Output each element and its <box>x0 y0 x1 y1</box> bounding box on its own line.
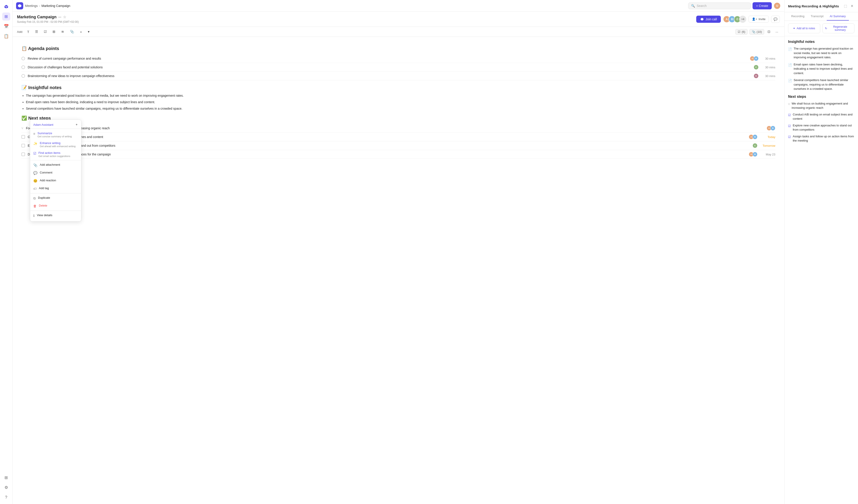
duplicate-icon: ⧉ <box>33 196 36 200</box>
tasks-badge[interactable]: ☑ (6) <box>735 29 748 35</box>
notes-heading-text: 📝 Insightful notes <box>21 85 61 90</box>
meeting-header: Marketing Campaign ··· ☆ Sunday Feb 15, … <box>13 12 784 27</box>
step-avatars-1: A B <box>749 134 758 139</box>
breadcrumb-chevron: › <box>39 4 40 7</box>
meeting-star-btn[interactable]: ☆ <box>63 15 66 19</box>
add-all-to-notes-btn[interactable]: ✦ Add all to notes <box>788 23 820 33</box>
notes-list: The campaign has generated good traction… <box>21 93 775 111</box>
rp-insightful-notes-heading: Insightful notes <box>788 40 855 44</box>
attachment-icon: 📎 <box>33 163 37 167</box>
table-btn[interactable]: ⊞ <box>51 29 57 35</box>
context-summarize[interactable]: ≡ Summarize Get concise summary of writi… <box>30 130 81 140</box>
enhance-subtitle: Get ahead with enhanced writing <box>40 145 76 148</box>
right-panel-actions: ✦ Add all to notes ↻ Regenerate summary <box>784 21 858 36</box>
agenda-avatars-2: D <box>754 74 759 78</box>
sidebar-calendar-icon[interactable]: 📅 <box>2 22 10 30</box>
attachment-text: Add attachment <box>40 163 60 166</box>
note-icon-1: 📄 <box>788 63 792 76</box>
meeting-subtitle: Sunday Feb 15, 01:00 PM - 02:00 PM (GMT+… <box>17 20 79 23</box>
summarize-title: Summarize <box>37 131 72 135</box>
checkbox-btn[interactable]: ☑ <box>42 29 48 35</box>
more-btn[interactable]: ··· <box>774 29 780 35</box>
editor-toolbar: Add: T ☰ ☑ ⊞ ≋ 📎 + ▾ ☑ (6) 📎 (10) ⊡ ··· <box>13 27 784 37</box>
attach-btn[interactable]: 📎 <box>68 29 76 35</box>
list-btn[interactable]: ☰ <box>33 29 39 35</box>
agenda-heading-text: 📋 Agenda points <box>21 46 59 51</box>
tag-text: Add tag <box>39 186 49 190</box>
chat-button[interactable]: 💬 <box>771 16 780 23</box>
meeting-avatars: A B C +4 <box>723 16 746 23</box>
step-icon-0: ⑂ <box>21 126 23 130</box>
task-count: (6) <box>742 30 745 33</box>
context-action-items[interactable]: ☑ Find action items Get smart action sug… <box>30 149 81 159</box>
step-checkbox-3[interactable] <box>21 152 25 156</box>
text-btn[interactable]: T <box>26 29 31 35</box>
meeting-more-btn[interactable]: ··· <box>58 15 61 19</box>
context-duplicate[interactable]: ⧉ Duplicate <box>30 194 81 202</box>
adam-assistant-label: Adam Assistant <box>33 123 53 126</box>
join-call-button[interactable]: Join call <box>696 16 721 23</box>
agenda-radio-1[interactable] <box>21 65 25 69</box>
step-av-7: B <box>752 152 758 157</box>
comment-text: Comment <box>40 171 52 174</box>
breadcrumb-root[interactable]: Meetings <box>25 4 38 7</box>
sidebar-home-icon[interactable]: ⊞ <box>2 13 10 20</box>
sidebar-settings-icon[interactable]: ⚙ <box>2 484 10 491</box>
agenda-radio-0[interactable] <box>21 57 25 60</box>
sidebar-grid-icon[interactable]: ⊞ <box>2 474 10 482</box>
breadcrumb-current[interactable]: Marketing Campaign <box>41 4 70 7</box>
comment-title: Comment <box>40 171 52 174</box>
note-item-2: Several competitors have launched simila… <box>26 106 775 111</box>
agenda-item-1: Discussion of challenges faced and poten… <box>21 63 775 72</box>
create-button[interactable]: + Create <box>752 2 772 10</box>
agenda-list: Review of current campaign performance a… <box>21 54 775 80</box>
tab-recording[interactable]: Recording <box>788 12 808 20</box>
rp-note-1: 📄 Email open rates have been declining, … <box>788 62 855 76</box>
agenda-item-0: Review of current campaign performance a… <box>21 54 775 63</box>
summarize-subtitle: Get concise summary of writing <box>37 135 72 138</box>
user-avatar[interactable]: U <box>774 2 781 10</box>
context-delete[interactable]: 🗑 Delete <box>30 202 81 210</box>
search-icon: 🔍 <box>691 4 695 7</box>
right-panel: Meeting Recording & Highlights ⬚ ✕ Recor… <box>784 0 858 504</box>
add-more-btn[interactable]: + <box>78 29 83 35</box>
context-view-details[interactable]: ℹ View details <box>30 212 81 220</box>
panel-close-btn[interactable]: ✕ <box>850 3 855 9</box>
agenda-radio-2[interactable] <box>21 74 25 78</box>
breadcrumb: Meetings › Marketing Campaign <box>25 4 70 7</box>
step-checkbox-1[interactable] <box>21 135 25 139</box>
view-details-icon: ℹ <box>33 214 35 218</box>
step-item-3: Develop a list of potential target audie… <box>21 150 775 159</box>
logo-icon[interactable] <box>2 3 10 11</box>
expand-btn[interactable]: ▾ <box>86 29 91 35</box>
agenda-text-1: Discussion of challenges faced and poten… <box>28 65 751 69</box>
search-placeholder: Search <box>697 4 706 7</box>
panel-expand-btn[interactable]: ⬚ <box>843 3 848 9</box>
tab-transcript[interactable]: Transcript <box>808 12 826 20</box>
regenerate-summary-btn[interactable]: ↻ Regenerate summary <box>823 23 855 33</box>
rp-step-text-3: Assign tasks and follow up on action ite… <box>793 134 855 143</box>
invite-button[interactable]: 👤+ Invite <box>748 16 769 22</box>
rp-note-text-2: Several competitors have launched simila… <box>794 78 855 91</box>
add-all-icon: ✦ <box>793 27 795 30</box>
agenda-time-2: 30 mins <box>763 75 775 78</box>
search-bar[interactable]: 🔍 Search <box>688 2 751 9</box>
view-btn[interactable]: ⊡ <box>766 29 772 35</box>
step-checkbox-2[interactable] <box>21 144 25 147</box>
context-reaction[interactable]: 😊 Add reaction <box>30 177 81 185</box>
rp-note-text-0: The campaign has generated good traction… <box>794 46 855 60</box>
meeting-title: Marketing Campaign ··· ☆ <box>17 15 79 19</box>
sidebar-help-icon[interactable]: ? <box>2 493 10 501</box>
format-btn[interactable]: ≋ <box>60 29 66 35</box>
rp-next-steps-heading: Next steps <box>788 95 855 99</box>
tab-ai-summary[interactable]: AI Summary <box>827 12 849 20</box>
right-panel-tabs: Recording Transcript AI Summary <box>784 12 858 21</box>
context-comment[interactable]: 💬 Comment <box>30 169 81 177</box>
note-icon-2: 📄 <box>788 78 792 91</box>
notes-heading: 📝 Insightful notes <box>21 85 775 90</box>
context-enhance[interactable]: ✨ Enhance writing Get ahead with enhance… <box>30 140 81 149</box>
context-tag[interactable]: 🏷 Add tag <box>30 185 81 192</box>
context-attachment[interactable]: 📎 Add attachment <box>30 161 81 169</box>
attachments-badge[interactable]: 📎 (10) <box>749 29 764 35</box>
sidebar-notes-icon[interactable]: 📋 <box>2 32 10 40</box>
